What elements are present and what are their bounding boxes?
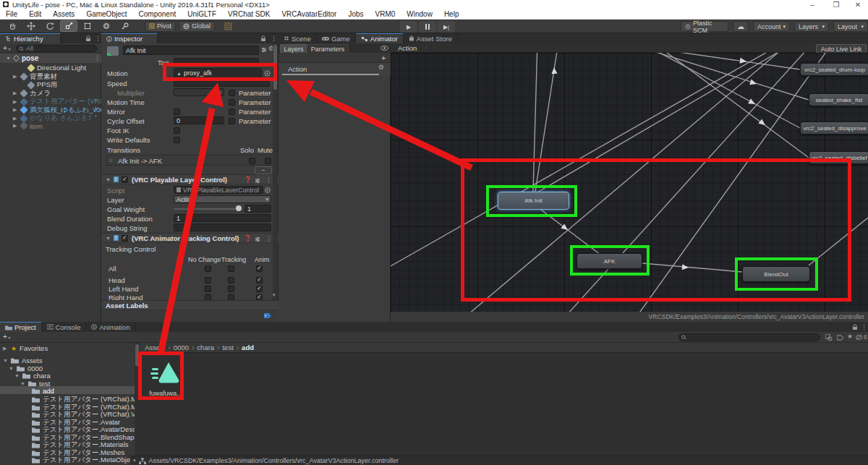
prefab-open-icon[interactable]: › xyxy=(95,105,97,111)
menu-component[interactable]: Component xyxy=(133,10,182,18)
panel-menu-icon[interactable]: ⋮ xyxy=(861,323,867,330)
presets-icon[interactable] xyxy=(255,236,260,242)
rotate-tool-button[interactable] xyxy=(41,20,59,32)
menu-file[interactable]: File xyxy=(0,10,23,18)
menu-vrchat-sdk[interactable]: VRChat SDK xyxy=(222,10,276,18)
tab-animation[interactable]: Animation xyxy=(86,322,135,332)
tab-project[interactable]: Project xyxy=(0,322,42,332)
layer-dropdown[interactable]: Action▾ xyxy=(174,195,271,203)
multiplier-parameter-checkbox[interactable] xyxy=(229,90,235,96)
prefab-open-icon[interactable]: › xyxy=(95,113,97,119)
no-change-checkbox[interactable] xyxy=(205,277,211,283)
tab-asset-store[interactable]: Asset Store xyxy=(404,33,458,43)
multiplier-dropdown[interactable]: ▾ xyxy=(174,88,224,96)
prefab-open-icon[interactable]: › xyxy=(95,97,97,103)
menu-help[interactable]: Help xyxy=(438,10,465,18)
custom-tool-button[interactable] xyxy=(116,20,134,32)
search-input[interactable]: All xyxy=(16,45,97,52)
layer-row[interactable]: Action ⚙ xyxy=(278,63,391,75)
menu-edit[interactable]: Edit xyxy=(23,10,47,18)
move-tool-button[interactable] xyxy=(22,20,40,32)
tab-game[interactable]: Game xyxy=(317,33,356,43)
rect-tool-button[interactable] xyxy=(79,20,96,32)
menu-assets[interactable]: Assets xyxy=(47,10,80,18)
panel-menu-icon[interactable]: ⋮ xyxy=(271,35,277,42)
search-by-label-icon[interactable] xyxy=(837,334,845,341)
slider-knob[interactable] xyxy=(236,205,242,211)
menu-jobs[interactable]: Jobs xyxy=(342,10,369,18)
no-change-checkbox[interactable] xyxy=(205,286,211,292)
state-node-side[interactable]: vrc2_seated_disapprove xyxy=(800,121,868,135)
scale-tool-button[interactable] xyxy=(60,20,77,32)
breadcrumb-item[interactable]: Assets xyxy=(145,344,166,351)
scroll-down-icon[interactable]: ▾ xyxy=(273,292,276,298)
component-enabled-checkbox[interactable] xyxy=(122,235,128,242)
scene-menu-icon[interactable]: ⋮ xyxy=(94,54,101,61)
object-picker-icon[interactable] xyxy=(265,187,271,193)
state-node-side[interactable]: seated_shake_fist xyxy=(809,93,868,106)
tree-item[interactable]: ▼0000 xyxy=(9,364,43,372)
breadcrumb-item-current[interactable]: add xyxy=(242,344,254,351)
menu-vrcavatareditor[interactable]: VRCAvatarEditor xyxy=(276,10,342,18)
help-icon[interactable]: ❓ xyxy=(244,176,252,183)
tab-console[interactable]: Console xyxy=(42,322,87,332)
hierarchy-item[interactable]: ▶item xyxy=(13,122,43,130)
debug-string-field[interactable] xyxy=(174,223,271,231)
foot-ik-checkbox[interactable] xyxy=(174,127,180,134)
animation-checkbox[interactable] xyxy=(256,286,263,292)
layout-dropdown[interactable]: Layout▾ xyxy=(833,21,868,32)
drag-handle-icon[interactable]: ≡ xyxy=(109,158,113,164)
playable-layer-header[interactable]: ▼ (VRC Playable Layer Control) ❓ ⋮ xyxy=(101,174,278,184)
minimize-button[interactable]: – xyxy=(804,1,820,9)
tracking-control-header[interactable]: ▼ (VRC Animator Tracking Control) ❓ ⋮ xyxy=(101,233,278,243)
script-field[interactable]: VRCPlayableLayerControl xyxy=(174,186,263,194)
help-icon[interactable]: ❓ xyxy=(244,235,252,242)
favorites-row[interactable]: ▶★Favorites xyxy=(3,344,48,352)
animation-checkbox[interactable] xyxy=(256,265,263,272)
global-toggle[interactable]: Global xyxy=(179,21,215,32)
tracking-checkbox[interactable] xyxy=(228,277,234,283)
tree-item[interactable]: ▼Assets xyxy=(3,357,43,364)
breadcrumb-item[interactable]: test xyxy=(222,344,233,351)
create-button[interactable]: + ▾ xyxy=(3,44,11,52)
inspector-scrollbar[interactable] xyxy=(273,43,278,300)
tab-scene[interactable]: Scene xyxy=(278,33,317,43)
breadcrumb-item[interactable]: 0000 xyxy=(174,344,189,351)
collapse-icon[interactable]: ▾ xyxy=(133,458,136,464)
goal-weight-field[interactable]: 1 xyxy=(244,205,271,213)
step-button[interactable]: ▶| xyxy=(438,21,455,33)
cycle-offset-parameter-checkbox[interactable] xyxy=(229,118,235,124)
goal-weight-slider[interactable] xyxy=(174,208,240,210)
eye-icon[interactable] xyxy=(380,46,388,51)
tree-item[interactable]: ▼chara xyxy=(14,372,51,380)
menu-unigltf[interactable]: UniGLTF xyxy=(182,10,222,18)
pause-button[interactable] xyxy=(419,21,436,33)
component-enabled-checkbox[interactable] xyxy=(122,176,128,183)
lock-icon[interactable] xyxy=(852,324,858,330)
presets-icon[interactable] xyxy=(255,178,260,184)
plastic-scm-button[interactable]: ⚙Plastic SCM xyxy=(681,21,728,32)
snap-toggle[interactable] xyxy=(219,20,237,32)
cloud-button[interactable]: ☁ xyxy=(733,21,749,32)
write-defaults-checkbox[interactable] xyxy=(174,137,180,143)
tracking-checkbox[interactable] xyxy=(228,286,234,292)
tab-hierarchy[interactable]: Hierarchy xyxy=(0,33,61,43)
mirror-parameter-checkbox[interactable] xyxy=(229,108,235,115)
presets-icon[interactable] xyxy=(261,47,267,53)
cycle-offset-field[interactable]: 0 xyxy=(174,116,224,124)
tab-inspector[interactable]: Inspector xyxy=(101,33,158,43)
label-tag-icon[interactable] xyxy=(263,312,272,320)
mirror-checkbox[interactable] xyxy=(174,108,180,115)
menu-gameobject[interactable]: GameObject xyxy=(80,10,132,18)
hierarchy-item[interactable]: Directional Light xyxy=(20,64,86,72)
breadcrumb-item[interactable]: chara xyxy=(197,344,214,351)
transform-tool-button[interactable] xyxy=(98,20,115,32)
lock-icon[interactable] xyxy=(260,35,266,42)
transition-row[interactable]: ≡ Afk Init -> AFK xyxy=(106,155,271,166)
lock-icon[interactable] xyxy=(85,35,91,42)
tab-animator[interactable]: Animator xyxy=(356,33,404,43)
layer-weight-bar[interactable] xyxy=(282,74,379,75)
create-button[interactable]: + ▾ xyxy=(3,333,11,341)
layers-dropdown[interactable]: Layers▾ xyxy=(794,21,829,32)
favorites-star-icon[interactable]: ★ xyxy=(847,333,853,340)
